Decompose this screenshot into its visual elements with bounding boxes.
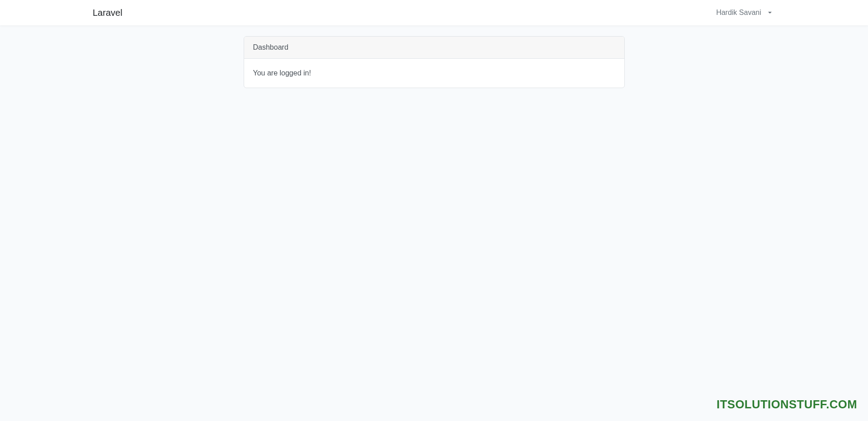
navbar: Laravel Hardik Savani [0, 0, 868, 25]
navbar-brand[interactable]: Laravel [93, 6, 123, 19]
navbar-container: Laravel Hardik Savani [32, 4, 836, 22]
watermark: ITSOLUTIONSTUFF.COM [717, 396, 857, 413]
card-header: Dashboard [244, 37, 624, 59]
user-name-label: Hardik Savani [716, 7, 761, 18]
row: Dashboard You are logged in! [38, 36, 830, 88]
navbar-nav: Hardik Savani [712, 4, 775, 22]
main-content: Dashboard You are logged in! [0, 25, 868, 88]
dashboard-card: Dashboard You are logged in! [244, 36, 625, 88]
container: Dashboard You are logged in! [32, 36, 836, 88]
user-dropdown[interactable]: Hardik Savani [712, 4, 775, 22]
card-body: You are logged in! [244, 59, 624, 88]
dashboard-column: Dashboard You are logged in! [237, 36, 632, 88]
